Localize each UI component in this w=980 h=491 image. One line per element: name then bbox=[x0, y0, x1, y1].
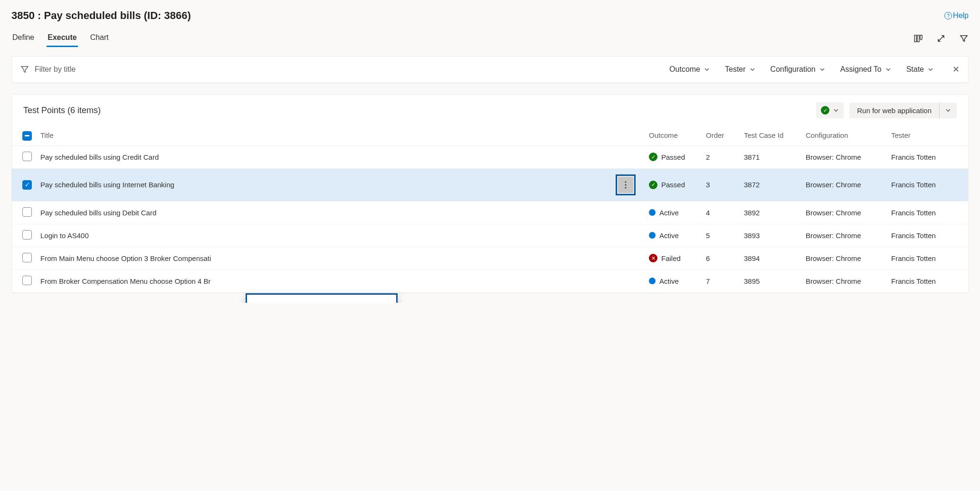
row-title: Pay scheduled bills using Credit Card bbox=[40, 153, 159, 161]
row-configuration: Browser: Chrome bbox=[802, 270, 887, 292]
failed-icon: ✕ bbox=[649, 254, 657, 262]
row-checkbox[interactable] bbox=[22, 207, 32, 217]
row-checkbox[interactable] bbox=[22, 230, 32, 240]
help-link[interactable]: ? Help bbox=[944, 11, 969, 20]
run-dropdown-button[interactable] bbox=[939, 103, 957, 118]
row-tester: Francis Totten bbox=[887, 168, 968, 201]
filter-tester-label: Tester bbox=[725, 65, 746, 74]
row-checkbox[interactable] bbox=[22, 152, 32, 161]
select-all-checkbox[interactable] bbox=[22, 131, 32, 141]
filter-configuration-label: Configuration bbox=[771, 65, 816, 74]
mark-passed-button[interactable]: ✓ bbox=[816, 102, 844, 118]
row-order: 3 bbox=[702, 168, 740, 201]
row-order: 4 bbox=[702, 201, 740, 224]
test-points-panel: Test Points (6 items) ✓ Run for web appl… bbox=[11, 94, 969, 293]
row-outcome: Active bbox=[659, 277, 679, 285]
column-header-test-case-id[interactable]: Test Case Id bbox=[740, 125, 802, 145]
passed-icon: ✓ bbox=[649, 153, 657, 161]
row-test-case-id: 3895 bbox=[740, 270, 802, 292]
row-order: 6 bbox=[702, 247, 740, 270]
filter-configuration-dropdown[interactable]: Configuration bbox=[771, 65, 825, 74]
row-checkbox[interactable] bbox=[22, 253, 32, 262]
column-header-tester[interactable]: Tester bbox=[887, 125, 968, 145]
row-configuration: Browser: Chrome bbox=[802, 201, 887, 224]
active-icon bbox=[649, 232, 656, 239]
fullscreen-icon[interactable] bbox=[936, 34, 946, 43]
run-button-group: Run for web application bbox=[849, 103, 957, 118]
filter-outcome-dropdown[interactable]: Outcome bbox=[669, 65, 710, 74]
column-header-configuration[interactable]: Configuration bbox=[802, 125, 887, 145]
svg-point-2 bbox=[625, 181, 627, 183]
filter-assigned-to-dropdown[interactable]: Assigned To bbox=[840, 65, 891, 74]
run-for-web-button[interactable]: Run for web application bbox=[849, 103, 939, 118]
filter-bar: Outcome Tester Configuration Assigned To… bbox=[11, 56, 969, 83]
row-title: Pay scheduled bills using Internet Banki… bbox=[40, 181, 174, 189]
column-header-outcome[interactable]: Outcome bbox=[645, 125, 702, 145]
passed-icon: ✓ bbox=[821, 106, 829, 115]
column-options-icon[interactable] bbox=[913, 34, 923, 43]
active-icon bbox=[649, 278, 656, 284]
row-outcome: Failed bbox=[661, 254, 681, 262]
row-configuration: Browser: Chrome bbox=[802, 145, 887, 168]
panel-title: Test Points (6 items) bbox=[23, 106, 101, 116]
menu-view-execution-history[interactable]: View execution history bbox=[254, 298, 390, 303]
help-label: Help bbox=[953, 11, 969, 20]
row-checkbox[interactable]: ✓ bbox=[22, 180, 32, 190]
table-row[interactable]: From Broker Compensation Menu choose Opt… bbox=[12, 270, 968, 292]
filter-title-input[interactable] bbox=[35, 65, 665, 74]
chevron-down-icon bbox=[750, 67, 755, 72]
filter-tester-dropdown[interactable]: Tester bbox=[725, 65, 755, 74]
row-test-case-id: 3894 bbox=[740, 247, 802, 270]
row-tester: Francis Totten bbox=[887, 247, 968, 270]
table-row[interactable]: Pay scheduled bills using Debit CardActi… bbox=[12, 201, 968, 224]
passed-icon: ✓ bbox=[649, 181, 657, 189]
chevron-down-icon bbox=[833, 107, 839, 113]
row-checkbox[interactable] bbox=[22, 276, 32, 285]
chevron-down-icon bbox=[885, 67, 891, 72]
tab-define[interactable]: Define bbox=[11, 29, 35, 47]
table-row[interactable]: ✓Pay scheduled bills using Internet Bank… bbox=[12, 168, 968, 201]
row-title: From Main Menu choose Option 3 Broker Co… bbox=[40, 254, 211, 262]
row-order: 7 bbox=[702, 270, 740, 292]
page-title: 3850 : Pay scheduled bills (ID: 3866) bbox=[11, 10, 191, 22]
row-context-menu: View execution history Mark Outcome Run … bbox=[246, 293, 398, 303]
svg-rect-0 bbox=[914, 35, 916, 42]
clear-filters-button[interactable]: ✕ bbox=[949, 64, 960, 75]
table-row[interactable]: Pay scheduled bills using Credit Card✓Pa… bbox=[12, 145, 968, 168]
row-configuration: Browser: Chrome bbox=[802, 247, 887, 270]
row-outcome: Passed bbox=[661, 153, 685, 161]
svg-point-4 bbox=[625, 187, 627, 188]
row-title: Login to AS400 bbox=[40, 231, 89, 240]
filter-outcome-label: Outcome bbox=[669, 65, 700, 74]
row-test-case-id: 3872 bbox=[740, 168, 802, 201]
row-tester: Francis Totten bbox=[887, 224, 968, 247]
filter-state-label: State bbox=[906, 65, 924, 74]
row-tester: Francis Totten bbox=[887, 145, 968, 168]
column-header-title[interactable]: Title bbox=[37, 125, 645, 145]
column-header-order[interactable]: Order bbox=[702, 125, 740, 145]
chevron-down-icon bbox=[819, 67, 825, 72]
row-title: From Broker Compensation Menu choose Opt… bbox=[40, 277, 211, 285]
row-more-button[interactable] bbox=[618, 177, 633, 193]
row-outcome: Active bbox=[659, 231, 679, 240]
row-outcome: Passed bbox=[661, 181, 685, 189]
chevron-down-icon bbox=[928, 67, 933, 72]
table-row[interactable]: From Main Menu choose Option 3 Broker Co… bbox=[12, 247, 968, 270]
row-configuration: Browser: Chrome bbox=[802, 168, 887, 201]
row-tester: Francis Totten bbox=[887, 201, 968, 224]
tab-chart[interactable]: Chart bbox=[89, 29, 110, 47]
row-configuration: Browser: Chrome bbox=[802, 224, 887, 247]
filter-icon[interactable] bbox=[959, 34, 969, 43]
filter-assigned-to-label: Assigned To bbox=[840, 65, 882, 74]
row-order: 2 bbox=[702, 145, 740, 168]
row-order: 5 bbox=[702, 224, 740, 247]
row-test-case-id: 3893 bbox=[740, 224, 802, 247]
table-row[interactable]: Login to AS400Active53893Browser: Chrome… bbox=[12, 224, 968, 247]
tabs: Define Execute Chart bbox=[11, 29, 110, 47]
tab-execute[interactable]: Execute bbox=[47, 29, 77, 47]
row-tester: Francis Totten bbox=[887, 270, 968, 292]
row-title: Pay scheduled bills using Debit Card bbox=[40, 209, 156, 217]
svg-rect-1 bbox=[917, 35, 919, 42]
row-test-case-id: 3871 bbox=[740, 145, 802, 168]
filter-state-dropdown[interactable]: State bbox=[906, 65, 933, 74]
